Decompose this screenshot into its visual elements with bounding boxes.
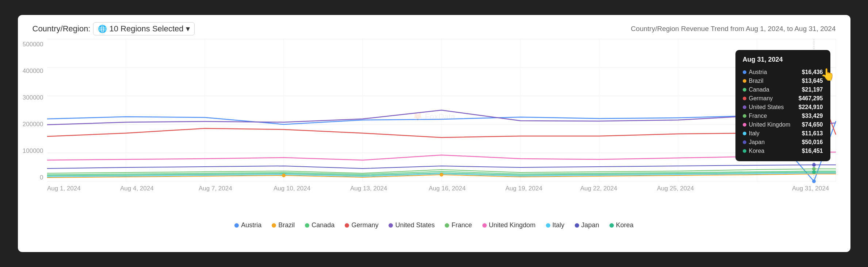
tooltip-country-dot: [743, 123, 746, 127]
tooltip-country: Japan: [743, 139, 765, 146]
legend-dot: [575, 223, 579, 228]
tooltip-country-name: Korea: [749, 148, 765, 154]
austria-cursor-dot: [812, 179, 816, 183]
x-label-aug31: Aug 31, 2024: [792, 185, 829, 192]
tooltip-country-value: $224,910: [799, 104, 823, 111]
tooltip-country: Austria: [743, 69, 767, 76]
tooltip-country: France: [743, 113, 767, 119]
tooltip-row: United States $224,910: [743, 103, 823, 112]
tooltip-country-dot: [743, 88, 746, 92]
y-label-400k: 400000: [23, 67, 43, 75]
tooltip-row: Japan $50,016: [743, 138, 823, 147]
tooltip-row: Germany $467,295: [743, 94, 823, 103]
legend-item: Brazil: [272, 221, 295, 229]
tooltip-country: Brazil: [743, 78, 764, 84]
legend-label: Brazil: [278, 221, 295, 229]
tooltip-country: Korea: [743, 148, 765, 154]
legend-label: Italy: [552, 221, 565, 229]
tooltip-date: Aug 31, 2024: [743, 56, 823, 63]
legend-item: Italy: [546, 221, 565, 229]
y-label-100k: 100000: [23, 147, 43, 155]
legend-dot: [482, 223, 487, 228]
tooltip-country-name: Germany: [749, 95, 773, 102]
legend-dot: [609, 223, 614, 228]
chevron-down-icon: ▾: [186, 24, 190, 34]
x-label-aug10: Aug 10, 2024: [274, 185, 310, 192]
legend-label: United Kingdom: [489, 221, 536, 229]
legend-dot: [305, 223, 309, 228]
legend-label: Korea: [616, 221, 634, 229]
tooltip-country-name: Austria: [749, 69, 767, 76]
legend-item: United States: [389, 221, 435, 229]
tooltip-country-dot: [743, 97, 746, 100]
legend-item: Japan: [575, 221, 599, 229]
tooltip-country-value: $21,197: [802, 86, 823, 93]
tooltip-country-name: Canada: [749, 86, 769, 93]
y-axis: 500000 400000 300000 200000 100000 0: [18, 39, 47, 181]
legend-dot: [389, 223, 393, 228]
tooltip-rows: Austria $16,436 Brazil $13,645 Canada $2…: [743, 68, 823, 155]
globe-icon: 🌐: [98, 24, 107, 33]
legend-dot: [345, 223, 349, 228]
tooltip-row: United Kingdom $74,650: [743, 120, 823, 129]
tooltip-country: United Kingdom: [743, 121, 791, 128]
region-selector-text: 10 Regions Selected: [109, 24, 183, 34]
legend-dot: [234, 223, 239, 228]
legend-item: France: [445, 221, 472, 229]
cursor-pointer-icon: 👆: [821, 67, 835, 81]
x-label-aug13: Aug 13, 2024: [350, 185, 387, 192]
tooltip-country-dot: [743, 140, 746, 144]
tooltip-country-value: $33,429: [802, 113, 823, 119]
tooltip-country-value: $50,016: [802, 139, 823, 146]
legend-item: Germany: [345, 221, 378, 229]
x-label-aug25: Aug 25, 2024: [657, 185, 694, 192]
x-label-aug16: Aug 16, 2024: [429, 185, 466, 192]
korea-cursor-dot: [812, 170, 816, 174]
tooltip-country-name: Italy: [749, 130, 760, 137]
brazil-dot-aug13: [440, 173, 443, 177]
legend-item: Austria: [234, 221, 261, 229]
chart-svg: Aug 1, 2024 Aug 4, 2024 Aug 7, 2024 Aug …: [47, 39, 836, 181]
x-label-aug4: Aug 4, 2024: [120, 185, 154, 192]
tooltip-country-name: France: [749, 113, 767, 119]
country-region-label: Country/Region:: [32, 24, 91, 34]
chart-legend: Austria Brazil Canada Germany United Sta…: [18, 218, 850, 229]
tooltip-country: Germany: [743, 95, 773, 102]
y-label-0: 0: [40, 174, 43, 181]
tooltip-country-name: United States: [749, 104, 784, 111]
legend-item: United Kingdom: [482, 221, 536, 229]
tooltip-country-dot: [743, 114, 746, 118]
main-card: Country/Region: 🌐 10 Regions Selected ▾ …: [18, 15, 850, 252]
tooltip-country-dot: [743, 105, 746, 109]
tooltip-row: Korea $16,451: [743, 147, 823, 155]
legend-dot: [272, 223, 276, 228]
tooltip-country-dot: [743, 70, 746, 74]
chart-title: Country/Region Revenue Trend from Aug 1,…: [631, 25, 836, 33]
legend-label: Germany: [351, 221, 378, 229]
tooltip-row: Brazil $13,645: [743, 77, 823, 85]
x-label-aug19: Aug 19, 2024: [505, 185, 542, 192]
x-label-aug22: Aug 22, 2024: [580, 185, 617, 192]
tooltip-country-dot: [743, 149, 746, 153]
brazil-dot-aug10: [282, 174, 286, 177]
tooltip-country-name: Brazil: [749, 78, 764, 84]
tooltip-country-name: United Kingdom: [749, 121, 791, 128]
legend-label: United States: [395, 221, 435, 229]
region-selector[interactable]: 🌐 10 Regions Selected ▾: [93, 22, 194, 35]
chart-tooltip: Aug 31, 2024 Austria $16,436 Brazil $13,…: [735, 50, 830, 161]
legend-item: Korea: [609, 221, 634, 229]
japan-cursor-dot: [812, 163, 816, 167]
legend-label: Japan: [581, 221, 599, 229]
legend-label: Canada: [311, 221, 334, 229]
y-label-500k: 500000: [23, 41, 43, 48]
tooltip-country-value: $16,436: [802, 69, 823, 76]
x-label-aug7: Aug 7, 2024: [199, 185, 232, 192]
france-cursor-dot: [812, 167, 816, 171]
legend-dot: [546, 223, 550, 228]
tooltip-country: United States: [743, 104, 784, 111]
y-label-300k: 300000: [23, 94, 43, 101]
tooltip-country-value: $467,295: [799, 95, 823, 102]
tooltip-row: France $33,429: [743, 112, 823, 120]
legend-dot: [445, 223, 449, 228]
legend-label: France: [451, 221, 472, 229]
